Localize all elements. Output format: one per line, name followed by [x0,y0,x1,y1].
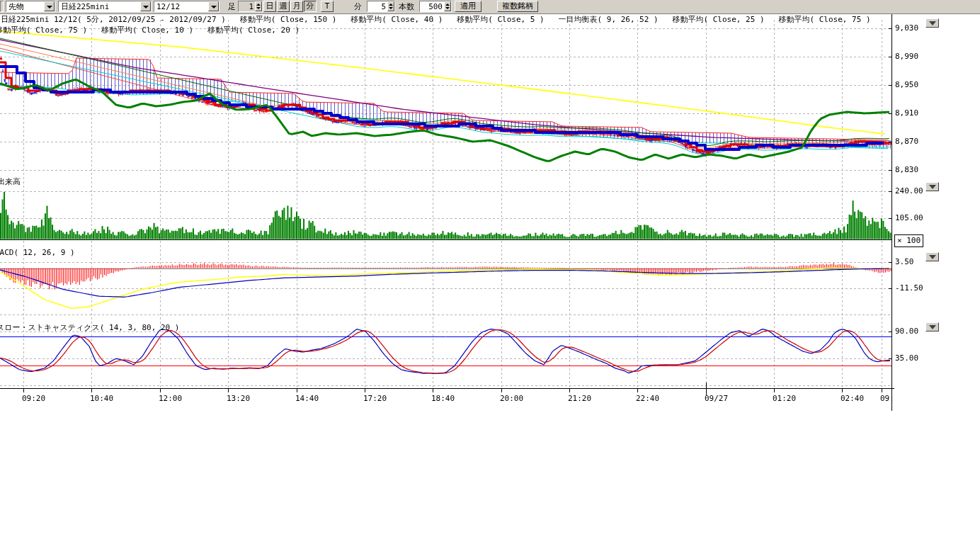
chevron-down-icon[interactable] [140,1,151,11]
macd-axis-label: -11.50 [895,284,923,293]
clipped-control-fragment[interactable] [0,1,4,12]
price-axis-label: 8,950 [895,81,918,89]
market-select[interactable]: 先物 [6,1,55,12]
price-axis-label: 8,910 [895,109,918,118]
chart-title-and-indicators: 日経225mini 12/12( 5分, 2012/09/25 - 2012/0… [1,16,871,24]
bar-count-stepper[interactable]: 500 [419,1,452,12]
time-tick-label: 02:40 [841,394,864,403]
chevron-down-icon[interactable] [208,1,219,11]
stoch-scale-dropdown-button[interactable] [925,322,939,332]
volume-axis-label: 240.00 [895,187,923,196]
macd-panel-label: MACD( 12, 26, 9 ) [0,249,75,257]
price-axis-label: 9,030 [895,24,918,33]
period-button-週[interactable]: 週 [277,1,290,12]
triangle-down-icon [929,185,936,189]
symbol-select-value: 日経225mini [61,2,109,11]
triangle-down-icon [929,325,936,329]
minutes-stepper[interactable]: 5 [367,1,395,12]
chart-canvas[interactable] [0,0,980,544]
stoch-panel-label: スロー・ストキャスティクス( 14, 3, 80, 20 ) [0,324,179,332]
chevron-down-icon[interactable] [44,1,55,11]
period-button-日[interactable]: 日 [263,1,276,12]
price-axis-label: 8,990 [895,52,918,61]
stoch-axis-label: 35.00 [895,354,918,363]
multi-symbol-button[interactable]: 複数銘柄 [497,1,538,12]
volume-panel-label: 出来高 [0,178,21,186]
time-tick-label: 13:20 [227,394,250,403]
contract-select-value: 12/12 [156,2,180,11]
time-tick-label: 17:20 [363,394,387,403]
bar-interval-stepper[interactable]: 1 [238,1,263,12]
apply-button[interactable]: 適用 [455,1,482,12]
time-tick-label: 10:40 [90,394,113,403]
macd-axis-label: 3.50 [895,258,914,266]
period-button-月[interactable]: 月 [290,1,303,12]
price-axis-label: 8,870 [895,137,918,146]
time-tick-label: 09/27 [705,394,728,403]
bar-count-label: 本数 [399,2,414,11]
triangle-down-icon [929,21,936,26]
price-axis-label: 8,830 [895,166,918,174]
toolbar: 先物 日経225mini 12/12 足 1 日週月分T 分 5 本数 500 … [0,0,980,14]
volume-axis-label: 105.00 [895,214,923,222]
bar-interval-value: 1 [249,2,253,11]
time-tick-label: 12:00 [159,394,182,403]
time-tick-label: 09: [880,394,891,403]
market-select-value: 先物 [8,2,24,11]
price-scale-dropdown-button[interactable] [925,18,939,28]
period-button-分[interactable]: 分 [304,1,317,12]
minutes-label: 分 [354,2,362,11]
symbol-select[interactable]: 日経225mini [58,1,152,12]
bar-type-label: 足 [228,2,236,11]
spinner-icon[interactable] [387,1,394,11]
time-tick-label: 14:40 [295,394,319,403]
time-axis-labels: 09:2010:4012:0013:2014:4017:2018:4020:00… [0,394,891,405]
time-tick-label: 21:20 [568,394,591,403]
volume-multiplier-badge: × 100 [894,234,923,247]
volume-scale-dropdown-button[interactable] [925,182,939,191]
time-tick-label: 01:20 [773,394,796,403]
indicator-labels-line2: 移動平均( Close, 75 ) 移動平均( Close, 10 ) 移動平均… [0,26,300,35]
period-button-T[interactable]: T [321,1,334,12]
spinner-icon[interactable] [255,1,262,11]
minutes-value: 5 [381,2,386,11]
bar-count-value: 500 [428,2,443,11]
spinner-icon[interactable] [444,1,451,11]
macd-scale-dropdown-button[interactable] [925,252,939,261]
time-tick-label: 18:40 [431,394,455,403]
contract-select[interactable]: 12/12 [154,1,220,12]
triangle-down-icon [929,255,936,259]
trading-chart-app: { "toolbar": { "market_select": "先物", "s… [0,0,980,544]
stoch-axis-label: 90.00 [895,327,918,336]
time-tick-label: 09:20 [22,394,45,403]
time-tick-label: 22:40 [636,394,659,403]
time-tick-label: 20:00 [500,394,523,403]
